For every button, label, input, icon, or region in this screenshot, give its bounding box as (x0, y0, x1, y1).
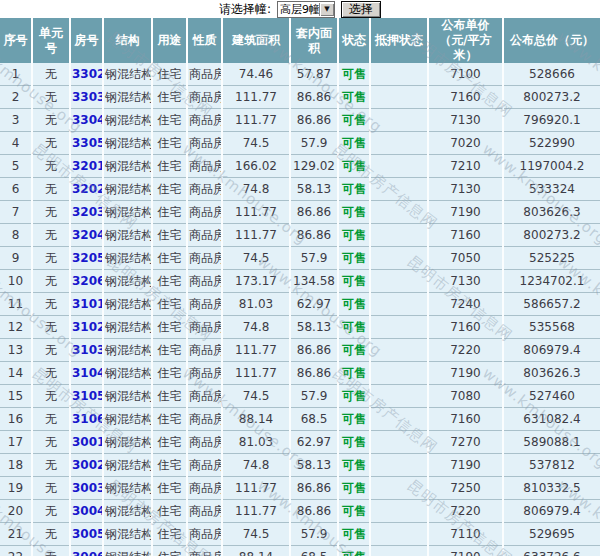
table-row: 11无3101钢混结构住宅商品房81.0362.97可售7240586657.2 (0, 293, 600, 316)
room-number-link[interactable]: 3205 (72, 251, 103, 265)
table-cell: 钢混结构 (103, 178, 152, 201)
column-header: 房号 (70, 18, 103, 63)
cell-status: 可售 (338, 408, 370, 431)
table-cell: 住宅 (152, 362, 187, 385)
table-cell: 住宅 (152, 132, 187, 155)
table-cell: 1 (0, 63, 32, 86)
room-number-link[interactable]: 3002 (72, 458, 103, 472)
table-cell: 钢混结构 (103, 408, 152, 431)
table-cell: 86.86 (290, 500, 338, 523)
table-cell: 631082.4 (503, 408, 600, 431)
chevron-down-icon[interactable]: ▼ (319, 3, 334, 16)
table-cell: 无 (32, 178, 70, 201)
table-cell: 钢混结构 (103, 132, 152, 155)
table-cell (370, 224, 428, 247)
table-cell: 7130 (428, 270, 503, 293)
table-row: 2无3303钢混结构住宅商品房111.7786.86可售7160800273.2 (0, 86, 600, 109)
cell-status: 可售 (338, 155, 370, 178)
room-number-link[interactable]: 3302 (72, 67, 103, 81)
select-button[interactable]: 选择 (341, 1, 381, 18)
building-select[interactable]: 高层9幢 ▼ (277, 1, 335, 18)
table-cell (370, 523, 428, 546)
table-cell: 无 (32, 86, 70, 109)
room-number-link[interactable]: 3101 (72, 297, 103, 311)
table-cell: 商品房 (187, 132, 222, 155)
table-cell: 钢混结构 (103, 362, 152, 385)
cell-room-number: 3104 (70, 362, 103, 385)
column-header: 状态 (338, 18, 370, 63)
table-cell: 钢混结构 (103, 546, 152, 556)
status-badge: 可售 (342, 136, 366, 150)
room-number-link[interactable]: 3206 (72, 274, 103, 288)
table-cell (370, 477, 428, 500)
table-cell: 无 (32, 339, 70, 362)
cell-status: 可售 (338, 339, 370, 362)
status-badge: 可售 (342, 228, 366, 242)
room-number-link[interactable]: 3103 (72, 343, 103, 357)
table-cell: 住宅 (152, 155, 187, 178)
table-cell: 57.9 (290, 385, 338, 408)
room-number-link[interactable]: 3003 (72, 481, 103, 495)
cell-status: 可售 (338, 224, 370, 247)
cell-room-number: 3102 (70, 316, 103, 339)
table-cell: 住宅 (152, 247, 187, 270)
table-cell: 钢混结构 (103, 63, 152, 86)
cell-room-number: 3001 (70, 431, 103, 454)
table-cell: 803626.3 (503, 201, 600, 224)
table-cell: 无 (32, 109, 70, 132)
room-number-link[interactable]: 3303 (72, 90, 103, 104)
table-cell: 商品房 (187, 155, 222, 178)
table-cell: 商品房 (187, 477, 222, 500)
table-cell (370, 63, 428, 86)
table-cell: 74.5 (222, 385, 290, 408)
room-number-link[interactable]: 3005 (72, 527, 103, 541)
table-cell: 7100 (428, 63, 503, 86)
cell-status: 可售 (338, 178, 370, 201)
cell-status: 可售 (338, 316, 370, 339)
table-cell: 无 (32, 132, 70, 155)
room-number-link[interactable]: 3204 (72, 228, 103, 242)
table-row: 8无3204钢混结构住宅商品房111.7786.86可售7160800273.2 (0, 224, 600, 247)
room-number-link[interactable]: 3102 (72, 320, 103, 334)
room-number-link[interactable]: 3106 (72, 412, 103, 426)
room-number-link[interactable]: 3006 (72, 550, 103, 556)
room-number-link[interactable]: 3104 (72, 366, 103, 380)
table-cell: 6 (0, 178, 32, 201)
room-number-link[interactable]: 3304 (72, 113, 103, 127)
room-number-link[interactable]: 3305 (72, 136, 103, 150)
room-number-link[interactable]: 3203 (72, 205, 103, 219)
table-cell: 7110 (428, 523, 503, 546)
table-cell: 7160 (428, 316, 503, 339)
table-row: 18无3002钢混结构住宅商品房74.858.13可售7190537812 (0, 454, 600, 477)
room-number-link[interactable]: 3202 (72, 182, 103, 196)
table-row: 9无3205钢混结构住宅商品房74.557.9可售7050525225 (0, 247, 600, 270)
table-cell (370, 293, 428, 316)
status-badge: 可售 (342, 504, 366, 518)
table-cell: 58.13 (290, 316, 338, 339)
table-cell (370, 109, 428, 132)
table-row: 19无3003钢混结构住宅商品房111.7786.86可售7250810332.… (0, 477, 600, 500)
status-badge: 可售 (342, 412, 366, 426)
table-cell (370, 339, 428, 362)
table-cell: 无 (32, 385, 70, 408)
status-badge: 可售 (342, 113, 366, 127)
cell-room-number: 3206 (70, 270, 103, 293)
table-cell: 86.86 (290, 224, 338, 247)
room-number-link[interactable]: 3201 (72, 159, 103, 173)
room-number-link[interactable]: 3001 (72, 435, 103, 449)
column-header: 用途 (152, 18, 187, 63)
room-number-link[interactable]: 3004 (72, 504, 103, 518)
table-cell: 住宅 (152, 523, 187, 546)
room-number-link[interactable]: 3105 (72, 389, 103, 403)
table-cell: 商品房 (187, 431, 222, 454)
cell-room-number: 3204 (70, 224, 103, 247)
table-cell: 商品房 (187, 339, 222, 362)
table-cell: 无 (32, 155, 70, 178)
cell-status: 可售 (338, 500, 370, 523)
column-header: 序号 (0, 18, 32, 63)
cell-room-number: 3305 (70, 132, 103, 155)
cell-room-number: 3105 (70, 385, 103, 408)
table-cell: 商品房 (187, 454, 222, 477)
status-badge: 可售 (342, 159, 366, 173)
table-cell: 钢混结构 (103, 109, 152, 132)
